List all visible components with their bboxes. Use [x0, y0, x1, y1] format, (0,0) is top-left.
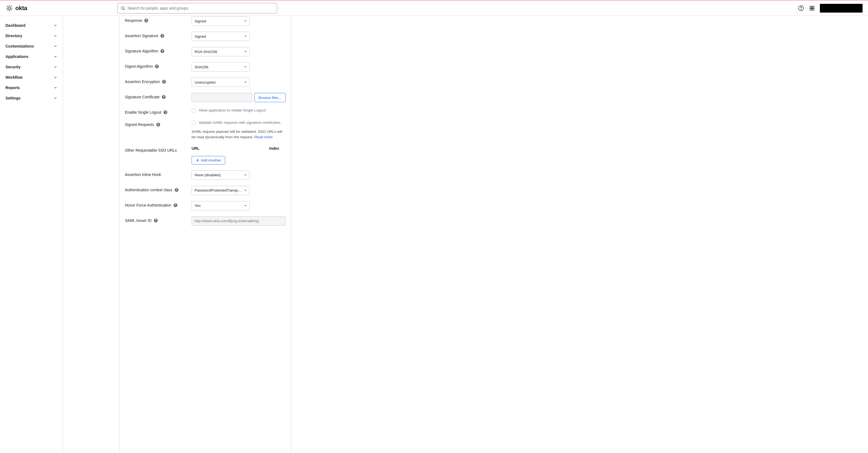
svg-rect-15	[810, 8, 812, 10]
dropdown-caret-icon	[244, 36, 247, 37]
signature-algorithm-label: Signature Algorithm	[125, 49, 158, 53]
help-icon[interactable]: ?	[162, 80, 166, 84]
help-icon[interactable]: ?	[163, 110, 167, 114]
help-icon[interactable]: ?	[156, 123, 160, 127]
sidebar-item-label: Security	[5, 65, 21, 69]
svg-rect-13	[810, 6, 812, 8]
signed-requests-radio[interactable]	[192, 121, 196, 125]
sidebar-item-applications[interactable]: Applications	[0, 52, 63, 62]
dropdown-caret-icon	[244, 51, 247, 52]
svg-line-8	[11, 6, 11, 6]
search-input[interactable]	[127, 6, 274, 10]
sidebar-item-label: Reports	[5, 86, 20, 90]
honor-force-auth-label: Honor Force Authentication	[125, 203, 172, 207]
sidebar-item-reports[interactable]: Reports	[0, 83, 63, 93]
select-value: PasswordProtectedTransp…	[194, 188, 242, 192]
user-menu[interactable]	[820, 4, 863, 12]
assertion-inline-hook-label: Assertion Inline Hook	[125, 172, 161, 177]
sidebar-item-label: Directory	[5, 34, 22, 38]
svg-point-0	[8, 7, 11, 9]
help-icon[interactable]: ?	[174, 203, 177, 207]
dropdown-caret-icon	[244, 205, 247, 206]
help-icon[interactable]	[798, 5, 804, 11]
signature-certificate-label: Signature Certificate	[125, 95, 160, 99]
svg-line-10	[124, 9, 125, 9]
saml-settings-panel: Response ? Signed Assertion Signature ?	[119, 16, 291, 453]
digest-algorithm-select[interactable]: SHA256	[192, 62, 250, 72]
response-select[interactable]: Signed	[192, 17, 250, 26]
add-another-button[interactable]: Add Another	[192, 156, 225, 164]
browse-files-button[interactable]: Browse files...	[254, 93, 286, 102]
assertion-encryption-label: Assertion Encryption	[125, 79, 160, 84]
help-icon[interactable]: ?	[155, 64, 159, 68]
help-icon[interactable]: ?	[144, 19, 148, 23]
dropdown-caret-icon	[244, 82, 247, 83]
help-icon[interactable]: ?	[160, 34, 164, 38]
search-icon	[121, 6, 125, 10]
chevron-down-icon	[54, 44, 57, 48]
dropdown-caret-icon	[244, 190, 247, 191]
enable-single-logout-option: Allow application to initiate Single Log…	[199, 108, 266, 112]
enable-single-logout-label: Enable Single Logout	[125, 110, 161, 115]
dropdown-caret-icon	[244, 21, 247, 22]
honor-force-auth-select[interactable]: Yes	[192, 201, 250, 211]
select-value: Signed	[194, 34, 206, 38]
select-value: Unencrypted	[194, 80, 216, 85]
response-label: Response	[125, 18, 142, 23]
sidebar-item-workflow[interactable]: Workflow	[0, 72, 63, 83]
signed-requests-label: Signed Requests	[125, 122, 154, 127]
sidebar-item-customizations[interactable]: Customizations	[0, 41, 63, 52]
svg-rect-16	[812, 8, 814, 10]
assertion-signature-select[interactable]: Signed	[192, 32, 250, 41]
select-value: Signed	[194, 19, 206, 23]
select-value: RSA-SHA256	[194, 50, 217, 54]
sidebar-item-dashboard[interactable]: Dashboard	[0, 20, 63, 31]
apps-grid-icon[interactable]	[809, 5, 815, 11]
sidebar-item-label: Applications	[5, 54, 28, 59]
signed-requests-option: Validate SAML requests with signature ce…	[199, 121, 281, 125]
sidebar-item-label: Customizations	[5, 44, 34, 48]
dropdown-caret-icon	[244, 66, 247, 67]
auth-context-class-select[interactable]: PasswordProtectedTransp…	[192, 186, 250, 195]
assertion-inline-hook-select[interactable]: None (disabled)	[192, 170, 250, 180]
read-more-link[interactable]: Read more	[254, 135, 273, 139]
assertion-signature-label: Assertion Signature	[125, 34, 158, 38]
main: Response ? Signed Assertion Signature ?	[63, 16, 868, 453]
okta-logo[interactable]: okta	[5, 4, 27, 12]
sidebar-item-settings[interactable]: Settings	[0, 93, 63, 103]
help-icon[interactable]: ?	[162, 95, 166, 99]
sidebar-item-security[interactable]: Security	[0, 62, 63, 72]
select-value: Yes	[194, 203, 200, 208]
global-search[interactable]	[117, 3, 277, 13]
dropdown-caret-icon	[244, 174, 247, 176]
chevron-down-icon	[54, 86, 57, 90]
chevron-down-icon	[54, 65, 57, 69]
chevron-down-icon	[54, 34, 57, 38]
index-column-header: Index	[269, 146, 286, 151]
chevron-down-icon	[54, 24, 57, 27]
plus-icon	[196, 159, 199, 162]
assertion-encryption-select[interactable]: Unencrypted	[192, 77, 250, 87]
signature-certificate-file-display	[192, 93, 252, 102]
sidebar-item-directory[interactable]: Directory	[0, 31, 63, 41]
other-sso-urls-label: Other Requestable SSO URLs	[125, 148, 177, 153]
help-icon[interactable]: ?	[175, 188, 179, 192]
chevron-down-icon	[54, 55, 57, 59]
topbar: okta	[0, 1, 868, 16]
help-icon[interactable]: ?	[160, 49, 164, 53]
digest-algorithm-label: Digest Algorithm	[125, 64, 153, 69]
select-value: SHA256	[194, 65, 208, 69]
enable-single-logout-radio[interactable]	[192, 108, 196, 113]
svg-point-9	[122, 6, 124, 9]
svg-line-7	[7, 9, 8, 10]
help-icon[interactable]: ?	[154, 219, 158, 222]
svg-rect-14	[812, 6, 814, 8]
saml-issuer-id-label: SAML Issuer ID	[125, 218, 152, 223]
svg-line-5	[7, 6, 8, 6]
okta-logo-icon	[5, 4, 13, 12]
saml-issuer-id-input[interactable]	[192, 216, 286, 226]
sidebar-item-label: Dashboard	[5, 23, 25, 28]
signature-algorithm-select[interactable]: RSA-SHA256	[192, 47, 250, 56]
chevron-down-icon	[54, 96, 57, 100]
sidebar-item-label: Settings	[5, 96, 21, 100]
